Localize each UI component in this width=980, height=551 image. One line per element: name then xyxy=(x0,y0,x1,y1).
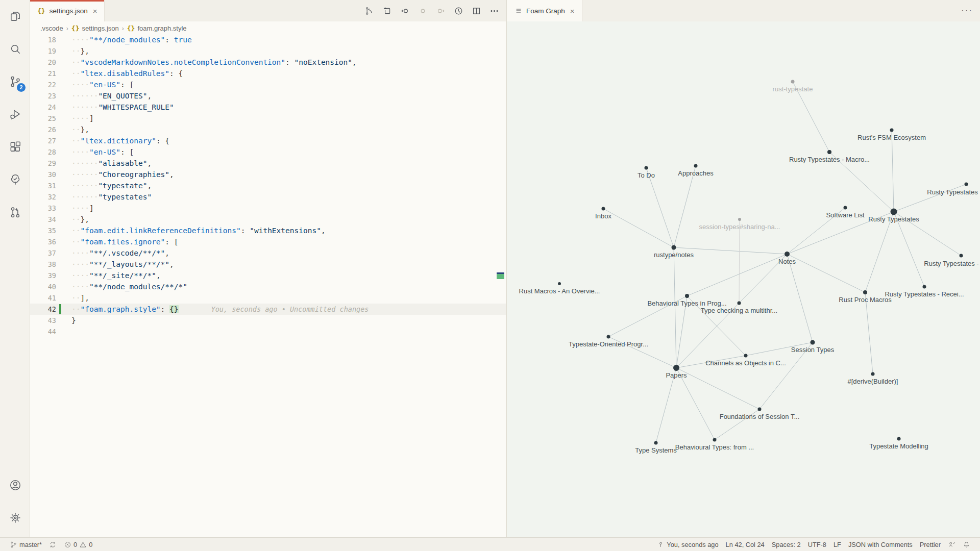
graph-node-derive-builder[interactable] xyxy=(871,372,875,376)
graph-node-rusty-typestates-macro[interactable] xyxy=(827,150,831,154)
code-line[interactable]: 18····"**/node_modules": true xyxy=(30,34,506,45)
run-debug-icon[interactable] xyxy=(0,98,30,131)
graph-node-session-types-sharing[interactable] xyxy=(738,218,741,221)
graph-node-rusts-fsm-ecosystem[interactable] xyxy=(890,129,894,132)
editor-panel-sash[interactable] xyxy=(506,0,507,537)
graph-node-notes[interactable] xyxy=(785,252,790,257)
graph-node-label: Rusty Typestates - xyxy=(924,260,978,267)
graph-edge xyxy=(739,219,740,303)
open-changes-icon[interactable] xyxy=(381,5,394,17)
graph-node-rustype-notes[interactable] xyxy=(672,245,676,250)
code-line[interactable]: 21··"ltex.disabledRules": { xyxy=(30,68,506,79)
graph-node-rust-typestate[interactable] xyxy=(791,80,795,84)
graph-node-rusty-typestates-hub[interactable] xyxy=(891,209,897,215)
code-line[interactable]: 35··"foam.edit.linkReferenceDefinitions"… xyxy=(30,225,506,236)
graph-node-typestate-modelling[interactable] xyxy=(897,437,901,441)
next-change-icon[interactable] xyxy=(434,5,447,17)
explorer-icon[interactable] xyxy=(0,0,30,33)
code-line[interactable]: 39····"**/_site/**/*", xyxy=(30,270,506,281)
extensions-icon[interactable] xyxy=(0,131,30,163)
graph-node-label: Rusty Typestates xyxy=(868,215,919,223)
warnings-icon xyxy=(79,541,87,548)
language-mode-status[interactable]: JSON with Comments xyxy=(845,538,916,551)
change-dot-icon[interactable] xyxy=(416,5,429,17)
timeline-icon[interactable] xyxy=(452,5,465,17)
graph-node-type-systems[interactable] xyxy=(654,441,658,445)
git-blame-status[interactable]: You, seconds ago xyxy=(653,538,722,551)
code-line[interactable]: 19··}, xyxy=(30,45,506,57)
code-line[interactable]: 20··"vscodeMarkdownNotes.noteCompletionC… xyxy=(30,57,506,68)
code-line[interactable]: 42··"foam.graph.style": {}You, seconds a… xyxy=(30,304,506,315)
code-line[interactable]: 24······"WHITESPACE_RULE" xyxy=(30,102,506,113)
graph-node-typestate-oriented-progr[interactable] xyxy=(607,335,610,339)
graph-node-approaches[interactable] xyxy=(694,164,698,168)
graph-node-session-types[interactable] xyxy=(811,340,815,345)
graph-node-channels-as-objects[interactable] xyxy=(744,354,748,358)
code-line[interactable]: 37····"**/.vscode/**/*", xyxy=(30,247,506,259)
breadcrumb-file[interactable]: {}settings.json xyxy=(71,24,119,32)
foam-graph-canvas[interactable]: rust-typestateRust's FSM EcosystemRusty … xyxy=(507,21,980,537)
code-line[interactable]: 43} xyxy=(30,315,506,326)
feedback-icon[interactable] xyxy=(944,538,959,551)
code-line[interactable]: 31······"typestate", xyxy=(30,180,506,191)
graph-node-rust-proc-macros[interactable] xyxy=(863,290,867,294)
eol-status[interactable]: LF xyxy=(830,538,845,551)
tab-settings-json[interactable]: {} settings.json × xyxy=(30,0,105,21)
code-line[interactable]: 38····"**/_layouts/**/*", xyxy=(30,259,506,270)
code-line[interactable]: 29······"aliasable", xyxy=(30,158,506,169)
sync-status[interactable] xyxy=(45,538,60,551)
graph-node-rusty-typestates-right[interactable] xyxy=(960,254,963,258)
notifications-bell-icon[interactable] xyxy=(959,538,974,551)
problems-status[interactable]: 0 0 xyxy=(60,538,96,551)
code-line[interactable]: 33····] xyxy=(30,203,506,214)
code-line[interactable]: 36··"foam.files.ignore": [ xyxy=(30,236,506,247)
code-line[interactable]: 34··}, xyxy=(30,214,506,225)
graph-node-rusty-typestates-top[interactable] xyxy=(965,183,968,186)
code-line[interactable]: 22····"en-US": [ xyxy=(30,79,506,90)
graph-node-behavioral-types-prog[interactable] xyxy=(685,294,689,298)
code-line[interactable]: 27··"ltex.dictionary": { xyxy=(30,135,506,146)
graph-node-rusty-typestates-recei[interactable] xyxy=(923,285,926,289)
breadcrumb-symbol[interactable]: {}foam.graph.style xyxy=(127,24,187,32)
source-control-icon[interactable]: 2 xyxy=(0,65,30,98)
indentation-status[interactable]: Spaces: 2 xyxy=(768,538,804,551)
branch-status[interactable]: master* xyxy=(6,538,45,551)
graph-node-type-checking-multithr[interactable] xyxy=(738,302,741,305)
graph-node-foundations-session[interactable] xyxy=(758,408,762,411)
editor-code[interactable]: 18····"**/node_modules": true19··},20··"… xyxy=(30,34,506,537)
split-editor-icon[interactable] xyxy=(470,5,483,17)
gear-icon[interactable] xyxy=(0,502,30,534)
code-line[interactable]: 26··}, xyxy=(30,124,506,135)
graph-node-behavioural-types-from[interactable] xyxy=(713,438,717,442)
cursor-position-status[interactable]: Ln 42, Col 24 xyxy=(722,538,768,551)
graph-node-to-do[interactable] xyxy=(645,166,648,170)
previous-change-icon[interactable] xyxy=(399,5,411,17)
code-line[interactable]: 32······"typestates" xyxy=(30,191,506,203)
breadcrumb-root[interactable]: .vscode xyxy=(40,24,63,32)
code-line[interactable]: 44 xyxy=(30,326,506,337)
graph-more-actions-icon[interactable]: ··· xyxy=(961,0,973,21)
search-icon[interactable] xyxy=(0,33,30,65)
account-icon[interactable] xyxy=(0,469,30,502)
graph-node-label: rust-typestate xyxy=(773,85,813,93)
compare-changes-icon[interactable] xyxy=(363,5,376,17)
code-line[interactable]: 23······"EN_QUOTES", xyxy=(30,90,506,102)
graph-node-rust-macros-overview[interactable] xyxy=(558,282,561,285)
code-line[interactable]: 41··], xyxy=(30,292,506,304)
code-line[interactable]: 40····"**/node_modules/**/*" xyxy=(30,281,506,292)
graph-node-inbox[interactable] xyxy=(602,207,605,211)
more-actions-icon[interactable] xyxy=(488,5,501,17)
breadcrumb-separator: › xyxy=(122,25,124,32)
graph-tab-close-icon[interactable]: × xyxy=(569,7,576,15)
code-line[interactable]: 28····"en-US": [ xyxy=(30,146,506,158)
graph-node-software-list[interactable] xyxy=(844,206,847,210)
git-graph-icon[interactable] xyxy=(0,196,30,229)
formatter-status[interactable]: Prettier xyxy=(916,538,944,551)
code-line[interactable]: 30······"Choreographies", xyxy=(30,169,506,180)
tab-close-icon[interactable]: × xyxy=(92,7,99,15)
graph-node-papers[interactable] xyxy=(673,365,679,371)
encoding-status[interactable]: UTF-8 xyxy=(804,538,830,551)
code-line[interactable]: 25····] xyxy=(30,113,506,124)
tab-foam-graph[interactable]: Foam Graph × xyxy=(507,0,582,21)
testing-tree-icon[interactable] xyxy=(0,163,30,196)
